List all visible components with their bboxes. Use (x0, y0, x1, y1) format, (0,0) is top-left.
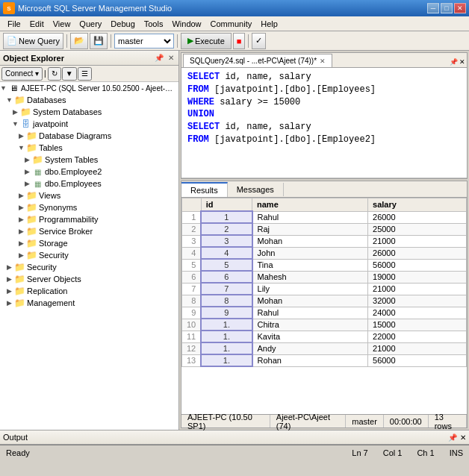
row-id: 4 (201, 247, 252, 259)
tree-item-synonyms[interactable]: ▶ 📁 Synonyms (0, 201, 178, 213)
tree-item-storage[interactable]: ▶ 📁 Storage (0, 237, 178, 249)
pin-output-icon[interactable]: 📌 (448, 433, 457, 442)
tab-controls: 📌 ✕ (448, 57, 467, 67)
row-name: Tina (252, 259, 368, 271)
title-bar: S Microsoft SQL Server Management Studio… (0, 0, 469, 16)
row-salary: 22000 (368, 331, 467, 342)
sql-line-4: UNION (187, 108, 461, 121)
tree-item-db-security[interactable]: ▶ 📁 Security (0, 249, 178, 261)
folder-icon: 📁 (13, 285, 25, 297)
query-tab-title: SQLQuery24.sql - ...et-PC\Ajeet (74))* (190, 57, 317, 65)
folder-icon: 📁 (31, 154, 43, 166)
menu-window[interactable]: Window (167, 18, 205, 30)
menu-view[interactable]: View (49, 18, 75, 30)
databases-label: Databases (27, 95, 66, 104)
row-number: 7 (182, 283, 202, 295)
tree-item-databases[interactable]: ▼ 📁 Databases (0, 94, 178, 106)
save-button[interactable]: 💾 (90, 33, 108, 49)
tree-item-system-tables[interactable]: ▶ 📁 System Tables (0, 154, 178, 166)
sql-editor[interactable]: SELECT id, name, salary FROM [javatpoint… (181, 68, 467, 178)
tree-item-server-objects[interactable]: ▶ 📁 Server Objects (0, 273, 178, 285)
table-icon: ▦ (31, 166, 43, 178)
tree-item-employee2[interactable]: ▶ ▦ dbo.Employee2 (0, 166, 178, 178)
open-icon: 📂 (74, 36, 84, 46)
tree-item-programmability[interactable]: ▶ 📁 Programmability (0, 213, 178, 225)
menu-community[interactable]: Community (206, 18, 257, 30)
col-name: name (252, 198, 368, 212)
query-tab-bar: SQLQuery24.sql - ...et-PC\Ajeet (74))* ✕… (181, 53, 467, 68)
close-output-icon[interactable]: ✕ (460, 433, 466, 442)
messages-tab[interactable]: Messages (228, 183, 284, 196)
tree-item-javatpoint[interactable]: ▼ 🗄 javatpoint (0, 118, 178, 130)
menu-debug[interactable]: Debug (106, 18, 139, 30)
filter-button[interactable]: ▼ (62, 67, 77, 81)
new-query-button[interactable]: 📄 New Query (3, 33, 63, 49)
sql-line-1: SELECT id, name, salary (187, 71, 461, 84)
tree-item-database-diagrams[interactable]: ▶ 📁 Database Diagrams (0, 130, 178, 142)
row-salary: 21000 (368, 235, 467, 247)
menu-edit[interactable]: Edit (25, 18, 49, 30)
table-row: 111.Kavita22000 (182, 331, 467, 342)
tree-item-service-broker[interactable]: ▶ 📁 Service Broker (0, 225, 178, 237)
menu-tools[interactable]: Tools (140, 18, 168, 30)
debug-button[interactable]: ✓ (252, 33, 266, 49)
pin-icon[interactable]: 📌 (153, 54, 165, 62)
object-explorer: Object Explorer 📌 ✕ Connect ▾ | ↻ ▼ ☰ ▼ … (0, 51, 179, 430)
results-scroll[interactable]: id name salary 11Rahul2600022Raj2500033M… (181, 198, 467, 414)
refresh-button[interactable]: ↻ (48, 67, 61, 81)
tree-item-tables[interactable]: ▼ 📁 Tables (0, 142, 178, 154)
stop-button[interactable]: ■ (233, 33, 246, 49)
db-security-label: Security (39, 251, 69, 260)
minimize-button[interactable]: ─ (427, 3, 439, 13)
results-tab-bar: Results Messages (181, 181, 467, 198)
rows-status: 13 rows (429, 415, 467, 428)
tree-item-replication[interactable]: ▶ 📁 Replication (0, 285, 178, 297)
close-panel-icon[interactable]: ✕ (167, 54, 176, 62)
results-tab[interactable]: Results (181, 182, 228, 197)
javatpoint-label: javatpoint (33, 119, 68, 128)
results-tab-label: Results (190, 186, 218, 195)
menu-bar: File Edit View Query Debug Tools Window … (0, 16, 469, 31)
tree-item-management[interactable]: ▶ 📁 Management (0, 297, 178, 309)
row-number: 8 (182, 295, 202, 307)
database-selector[interactable]: master (114, 34, 174, 48)
menu-file[interactable]: File (3, 18, 25, 30)
toolbar-separator-1 (66, 34, 67, 48)
server-status: AJEET-PC (10.50 SP1) (181, 415, 270, 428)
col-rownum (182, 198, 202, 212)
close-tab-icon[interactable]: ✕ (459, 58, 465, 66)
close-button[interactable]: ✕ (454, 3, 466, 13)
open-button[interactable]: 📂 (70, 33, 88, 49)
sql-line-6: FROM [javatpoint].[dbo].[Employee2] (187, 134, 461, 146)
table-row: 77Lily21000 (182, 283, 467, 295)
query-tab[interactable]: SQLQuery24.sql - ...et-PC\Ajeet (74))* ✕ (183, 54, 332, 67)
tree-item-system-databases[interactable]: ▶ 📁 System Databases (0, 106, 178, 118)
table-row: 101.Chitra15000 (182, 319, 467, 331)
object-explorer-title: Object Explorer (3, 54, 64, 63)
table-row: 44John26000 (182, 247, 467, 259)
folder-icon: 📁 (25, 225, 37, 237)
execute-button[interactable]: ▶ Execute (181, 33, 232, 49)
maximize-button[interactable]: □ (441, 3, 453, 13)
query-tab-close[interactable]: ✕ (320, 57, 326, 65)
menu-query[interactable]: Query (75, 18, 106, 30)
tree-item-views[interactable]: ▶ 📁 Views (0, 190, 178, 201)
row-salary: 25000 (368, 223, 467, 235)
tree-item-server[interactable]: ▼ 🖥 AJEET-PC (SQL Server 10.50.2500 - Aj… (0, 82, 178, 94)
col-salary: salary (368, 198, 467, 212)
row-name: Chitra (252, 319, 368, 331)
summary-button[interactable]: ☰ (78, 67, 92, 81)
pin-tab-icon[interactable]: 📌 (450, 58, 458, 66)
row-id: 7 (201, 283, 252, 295)
object-explorer-tree[interactable]: ▼ 🖥 AJEET-PC (SQL Server 10.50.2500 - Aj… (0, 82, 178, 430)
row-name: Kavita (252, 331, 368, 342)
tree-item-security[interactable]: ▶ 📁 Security (0, 261, 178, 273)
object-explorer-header: Object Explorer 📌 ✕ (0, 51, 178, 66)
tree-item-employees[interactable]: ▶ ▦ dbo.Employees (0, 178, 178, 190)
connect-button[interactable]: Connect ▾ (1, 67, 43, 81)
row-salary: 21000 (368, 283, 467, 295)
connection-status-bar: AJEET-PC (10.50 SP1) Ajeet-PC\Ajeet (74)… (181, 414, 467, 428)
status-mode: INS (450, 448, 463, 457)
menu-help[interactable]: Help (256, 18, 282, 30)
row-salary: 56000 (368, 259, 467, 271)
